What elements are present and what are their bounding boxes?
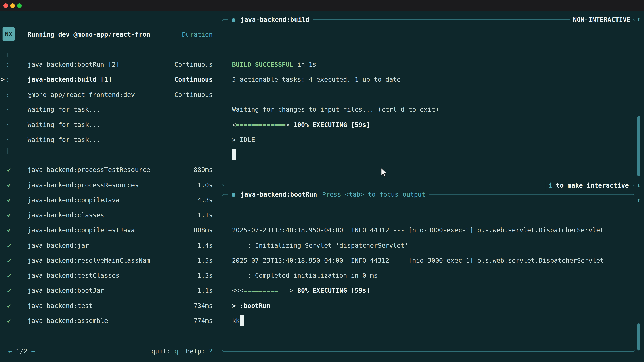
task-spinner-icon: : xyxy=(5,57,10,72)
task-spinner-icon: : xyxy=(5,72,10,87)
terminal-line: Waiting for changes to input files... (c… xyxy=(232,102,632,117)
task-pending-icon: · xyxy=(5,117,10,132)
completed-task-list: ✔java-backend:processTestResource889ms✔j… xyxy=(0,163,218,329)
scroll-up-icon[interactable]: ↑ xyxy=(635,15,642,23)
terminal-line: <=============> 100% EXECUTING [59s] xyxy=(232,117,632,132)
minimize-window-button[interactable] xyxy=(10,3,15,8)
terminal-line: BUILD SUCCESSFUL in 1s xyxy=(232,57,632,72)
task-pending-icon: · xyxy=(5,102,10,117)
text-run: 5 actionable tasks: 4 executed, 1 up-to-… xyxy=(232,76,401,83)
task-success-check-icon: ✔ xyxy=(6,223,12,238)
running-task-list: :java-backend:bootRun [2]Continuous>:jav… xyxy=(0,57,218,147)
task-name: java-backend:assemble xyxy=(28,313,108,329)
quit-hint-label: quit: xyxy=(152,348,174,355)
task-duration: 1.0s xyxy=(198,178,213,193)
task-name: Waiting for task... xyxy=(28,102,100,117)
build-scrollbar-thumb[interactable] xyxy=(638,116,640,176)
task-duration: 1.1s xyxy=(198,208,213,223)
close-window-button[interactable] xyxy=(3,3,8,8)
task-name: java-backend:testClasses xyxy=(28,268,120,283)
text-run: : Initializing Servlet 'dispatcherServle… xyxy=(232,242,408,249)
text-run: Waiting for changes to input files... (c… xyxy=(232,106,439,113)
task-name: java-backend:compileTestJava xyxy=(28,223,135,238)
bootrun-output-panel[interactable]: ●java-backend:bootRunPress <tab> to focu… xyxy=(222,194,635,352)
task-name: java-backend:classes xyxy=(28,208,104,223)
task-row[interactable]: :java-backend:bootRun [2]Continuous xyxy=(0,57,218,72)
quit-key: q xyxy=(174,348,178,355)
task-duration: Continuous xyxy=(174,72,213,87)
task-row[interactable]: ✔java-backend:processTestResource889ms xyxy=(0,163,218,178)
text-cursor xyxy=(232,149,236,160)
task-row[interactable]: ✔java-backend:jar1.4s xyxy=(0,238,218,253)
task-name: java-backend:resolveMainClassNam xyxy=(28,253,150,268)
task-row[interactable]: ✔java-backend:compileTestJava808ms xyxy=(0,223,218,238)
text-run: < xyxy=(232,121,236,128)
task-success-check-icon: ✔ xyxy=(6,253,12,268)
task-success-check-icon: ✔ xyxy=(6,208,12,223)
task-row[interactable]: ✔java-backend:classes1.1s xyxy=(0,208,218,223)
task-success-check-icon: ✔ xyxy=(6,313,12,329)
task-name: java-backend:test xyxy=(28,298,93,313)
scroll-up-icon[interactable]: ↑ xyxy=(635,196,642,204)
task-row[interactable]: ✔java-backend:test734ms xyxy=(0,298,218,313)
nx-logo: NX xyxy=(2,27,15,40)
bootrun-scrollbar-thumb[interactable] xyxy=(638,324,640,351)
task-row[interactable]: ✔java-backend:processResources1.0s xyxy=(0,178,218,193)
text-run: 2025-07-23T13:40:18.950-04:00 INFO 44312… xyxy=(232,257,604,264)
task-name: java-backend:compileJava xyxy=(28,193,120,208)
task-duration: 1.5s xyxy=(198,253,213,268)
page-next-icon[interactable]: → xyxy=(31,348,35,355)
terminal-line xyxy=(232,147,632,163)
selected-task-pointer: > xyxy=(1,72,5,87)
task-success-check-icon: ✔ xyxy=(6,178,12,193)
text-run: 2025-07-23T13:40:18.950-04:00 INFO 44312… xyxy=(232,227,604,234)
page-indicator xyxy=(12,348,16,355)
duration-column-header: Duration xyxy=(123,27,213,42)
text-run: --- xyxy=(278,287,290,294)
task-success-check-icon: ✔ xyxy=(6,283,12,298)
task-row[interactable]: ✔java-backend:resolveMainClassNam1.5s xyxy=(0,253,218,268)
text-run: > xyxy=(290,287,297,294)
task-row[interactable]: ✔java-backend:testClasses1.3s xyxy=(0,268,218,283)
terminal-line: > IDLE xyxy=(232,132,632,147)
task-row[interactable]: ✔java-backend:bootJar1.1s xyxy=(0,283,218,298)
page-prev-icon[interactable]: ← xyxy=(8,348,12,355)
text-run: <<< xyxy=(232,287,244,294)
task-spinner-icon: : xyxy=(5,87,10,102)
text-run: ========= xyxy=(244,287,278,294)
task-row[interactable]: :@mono-app/react-frontend:devContinuous xyxy=(0,87,218,102)
terminal-line: 2025-07-23T13:40:18.950-04:00 INFO 44312… xyxy=(232,253,632,268)
task-duration: 808ms xyxy=(194,223,213,238)
terminal-line: : Completed initialization in 0 ms xyxy=(232,268,632,283)
task-row[interactable]: ·Waiting for task... xyxy=(0,132,218,147)
build-terminal-output: BUILD SUCCESSFUL in 1s5 actionable tasks… xyxy=(232,20,632,185)
task-duration: 889ms xyxy=(194,163,213,178)
nx-terminal-window: NX Running dev @mono-app/react-fron Dura… xyxy=(0,0,644,362)
text-cursor xyxy=(240,315,243,326)
terminal-line: kk xyxy=(232,313,632,329)
task-row[interactable]: ✔java-backend:assemble774ms xyxy=(0,313,218,329)
window-titlebar xyxy=(0,0,644,11)
build-output-panel[interactable]: ●java-backend:build NON-INTERACTIVE BUIL… xyxy=(222,19,635,186)
task-name: java-backend:jar xyxy=(28,238,89,253)
task-success-check-icon: ✔ xyxy=(6,163,12,178)
task-row[interactable]: ✔java-backend:compileJava4.3s xyxy=(0,193,218,208)
text-run: > IDLE xyxy=(232,136,255,143)
terminal-line: 2025-07-23T13:40:18.950-04:00 INFO 44312… xyxy=(232,223,632,238)
text-run: 100% EXECUTING [59s] xyxy=(293,121,370,128)
scroll-down-icon[interactable]: ↓ xyxy=(635,181,642,189)
task-duration: 4.3s xyxy=(198,193,213,208)
task-duration: Continuous xyxy=(174,87,213,102)
task-row[interactable]: >:java-backend:build [1]Continuous xyxy=(0,72,218,87)
terminal-line: <<<=========---> 80% EXECUTING [59s] xyxy=(232,283,632,298)
task-duration: 1.1s xyxy=(198,283,213,298)
task-duration: 1.3s xyxy=(198,268,213,283)
task-name: @mono-app/react-frontend:dev xyxy=(28,87,135,102)
sidebar-footer: ← 1/2 → quit: q help: ? xyxy=(0,344,218,359)
zoom-window-button[interactable] xyxy=(17,3,22,8)
task-duration: 774ms xyxy=(194,313,213,329)
terminal-line: 5 actionable tasks: 4 executed, 1 up-to-… xyxy=(232,72,632,87)
keyboard-hints: quit: q help: ? xyxy=(152,344,213,359)
task-row[interactable]: ·Waiting for task... xyxy=(0,117,218,132)
task-row[interactable]: ·Waiting for task... xyxy=(0,102,218,117)
